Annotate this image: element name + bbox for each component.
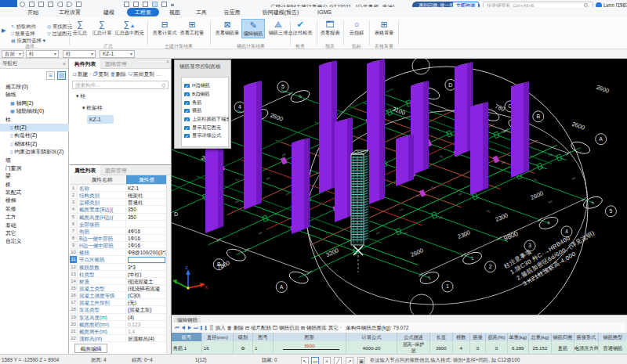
svg-text:5: 5 [609,208,612,214]
svg-text:2: 2 [489,264,492,269]
svg-text:A: A [599,136,603,142]
svg-text:1: 1 [446,283,449,289]
svg-text:Y: Y [172,275,172,279]
svg-text:B: B [536,114,540,119]
svg-text:5: 5 [281,84,285,89]
svg-text:4: 4 [238,104,241,110]
svg-text:D: D [174,211,178,217]
svg-text:D: D [448,82,452,88]
svg-text:A: A [280,284,284,290]
svg-text:4: 4 [565,229,568,234]
svg-text:Z: Z [185,265,188,270]
svg-text:X: X [205,285,208,290]
